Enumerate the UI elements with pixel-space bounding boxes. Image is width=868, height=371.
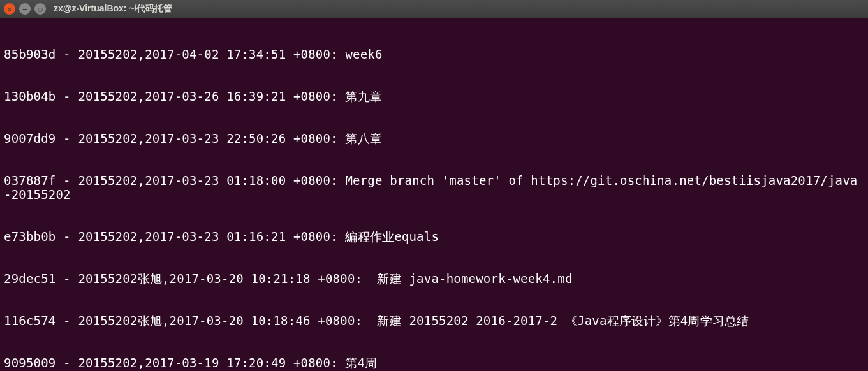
git-log-line: 85b903d - 20155202,2017-04-02 17:34:51 +…	[4, 47, 864, 61]
window-title: zx@z-VirtualBox: ~/代码托管	[54, 3, 172, 15]
maximize-icon[interactable]: ▢	[34, 3, 46, 15]
git-log-line: 9007dd9 - 20155202,2017-03-23 22:50:26 +…	[4, 131, 864, 145]
git-log-line: 037887f - 20155202,2017-03-23 01:18:00 +…	[4, 173, 864, 201]
window-titlebar: ✕ – ▢ zx@z-VirtualBox: ~/代码托管	[0, 0, 868, 18]
close-icon[interactable]: ✕	[4, 3, 15, 15]
terminal-body[interactable]: 85b903d - 20155202,2017-04-02 17:34:51 +…	[0, 18, 868, 371]
git-log-line: e73bb0b - 20155202,2017-03-23 01:16:21 +…	[4, 229, 864, 244]
git-log-line: 29dec51 - 20155202张旭,2017-03-20 10:21:18…	[4, 272, 864, 286]
git-log-line: 130b04b - 20155202,2017-03-26 16:39:21 +…	[4, 89, 864, 103]
minimize-icon[interactable]: –	[19, 3, 31, 15]
git-log-line: 9095009 - 20155202,2017-03-19 17:20:49 +…	[4, 356, 864, 370]
git-log-line: 116c574 - 20155202张旭,2017-03-20 10:18:46…	[4, 314, 864, 328]
